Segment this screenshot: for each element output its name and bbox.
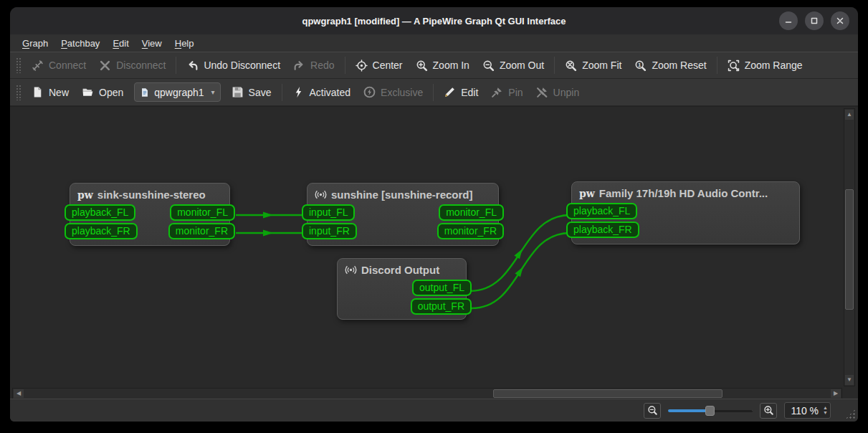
menu-view[interactable]: View — [135, 34, 168, 52]
exclusive-button[interactable]: Exclusive — [357, 82, 429, 102]
menu-help[interactable]: Help — [168, 34, 201, 52]
menu-edit[interactable]: Edit — [106, 34, 135, 52]
save-button[interactable]: Save — [225, 82, 278, 102]
unpin-icon — [536, 86, 548, 98]
scroll-up-icon: ▲ — [846, 112, 852, 118]
activated-button[interactable]: Activated — [286, 82, 358, 102]
wire-arrow — [263, 230, 273, 237]
port-playback-fl[interactable]: playback_FL — [65, 204, 135, 221]
toolbar-separator — [282, 84, 282, 101]
scroll-left-button[interactable]: ◀ — [14, 389, 24, 398]
menu-graph[interactable]: Graph — [16, 34, 54, 52]
svg-text:1: 1 — [638, 61, 642, 67]
zoom-out-button[interactable]: Zoom Out — [476, 56, 550, 75]
zoom-range-icon — [728, 60, 740, 72]
menubar: Graph Patchbay Edit View Help — [10, 34, 858, 52]
zoom-percent-value: 110 % — [791, 405, 819, 417]
connect-button[interactable]: Connect — [25, 56, 92, 75]
unpin-button[interactable]: Unpin — [530, 82, 586, 102]
wire-arrow — [515, 265, 525, 277]
pipewire-logo: pw — [579, 189, 595, 199]
zoom-fit-icon — [565, 60, 577, 72]
statusbar: 110 % ▲ ▼ — [10, 399, 858, 422]
app-window: qpwgraph1 [modified] — A PipeWire Graph … — [10, 7, 858, 422]
zoom-in-icon — [763, 405, 774, 416]
vertical-scroll-thumb[interactable] — [845, 189, 854, 310]
edit-button[interactable]: Edit — [437, 82, 485, 102]
zoom-fit-button[interactable]: Zoom Fit — [558, 56, 628, 75]
close-button[interactable] — [831, 11, 849, 30]
maximize-button[interactable] — [805, 11, 824, 30]
center-icon — [356, 60, 368, 72]
graph-toolbar: Connect Disconnect Undo Disconnect Redo … — [10, 52, 858, 79]
slider-handle[interactable] — [705, 406, 715, 416]
toolbar-separator — [554, 57, 555, 74]
port-input-fr[interactable]: input_FR — [302, 223, 357, 239]
horizontal-scroll-thumb[interactable] — [493, 389, 722, 398]
activated-bolt-icon — [292, 86, 305, 98]
menu-patchbay[interactable]: Patchbay — [54, 34, 106, 52]
port-playback-fr[interactable]: playback_FR — [566, 222, 639, 238]
zoom-percent-spinbox[interactable]: 110 % ▲ ▼ — [784, 402, 831, 419]
port-monitor-fr[interactable]: monitor_FR — [168, 223, 235, 239]
vertical-scrollbar[interactable]: ▲ ▼ — [844, 108, 855, 386]
port-monitor-fr[interactable]: monitor_FR — [437, 223, 504, 239]
graph-canvas[interactable]: pw sink-sunshine-stereo playback_FL moni… — [12, 108, 844, 388]
new-button[interactable]: New — [25, 82, 75, 102]
zoom-in-button[interactable]: Zoom In — [409, 56, 476, 75]
horizontal-scrollbar[interactable]: ◀ ▶ — [12, 388, 842, 399]
patchbay-select[interactable]: qpwgraph1 ▾ — [134, 82, 220, 102]
open-button[interactable]: Open — [75, 82, 130, 102]
port-playback-fl[interactable]: playback_FL — [566, 203, 637, 219]
port-output-fr[interactable]: output_FR — [411, 298, 472, 315]
port-output-fl[interactable]: output_FL — [412, 280, 472, 296]
undo-disconnect-button[interactable]: Undo Disconnect — [180, 56, 287, 75]
node-title: pw Family 17h/19h HD Audio Contr... — [572, 182, 799, 203]
statusbar-zoom-in-button[interactable] — [760, 403, 777, 419]
node-sink-sunshine-stereo[interactable]: pw sink-sunshine-stereo playback_FL moni… — [70, 183, 230, 246]
scroll-up-button[interactable]: ▲ — [845, 110, 854, 120]
window-maximize-icon — [810, 16, 819, 25]
toolbar-separator — [345, 57, 345, 74]
scroll-right-button[interactable]: ▶ — [831, 389, 841, 398]
window-resize-grip[interactable] — [845, 409, 856, 419]
undo-icon — [186, 60, 199, 72]
node-sunshine[interactable]: sunshine [sunshine-record] input_FL moni… — [307, 183, 499, 246]
pin-icon — [491, 86, 503, 98]
statusbar-zoom-out-button[interactable] — [644, 403, 661, 419]
zoom-reset-button[interactable]: 1 Zoom Reset — [628, 56, 712, 75]
port-monitor-fl[interactable]: monitor_FL — [439, 204, 504, 221]
scroll-right-icon: ▶ — [834, 391, 838, 396]
titlebar[interactable]: qpwgraph1 [modified] — A PipeWire Graph … — [10, 7, 858, 34]
edit-pencil-icon — [444, 86, 456, 98]
redo-icon — [293, 60, 305, 72]
minimize-button[interactable] — [779, 11, 798, 30]
new-file-icon — [32, 86, 44, 98]
port-input-fl[interactable]: input_FL — [302, 204, 355, 221]
wire-arrow — [514, 247, 525, 260]
port-playback-fr[interactable]: playback_FR — [65, 223, 138, 239]
pin-button[interactable]: Pin — [485, 82, 529, 102]
node-family-hd-audio[interactable]: pw Family 17h/19h HD Audio Contr... play… — [571, 181, 800, 244]
port-monitor-fl[interactable]: monitor_FL — [170, 204, 235, 221]
toolbar-drag-handle[interactable] — [16, 57, 21, 73]
redo-button[interactable]: Redo — [287, 56, 340, 75]
toolbar-separator — [176, 57, 176, 74]
patchbay-select-value: qpwgraph1 — [154, 87, 204, 98]
scroll-down-button[interactable]: ▼ — [845, 375, 854, 385]
open-folder-icon — [82, 86, 94, 98]
disconnect-button[interactable]: Disconnect — [92, 56, 172, 75]
scroll-down-icon: ▼ — [846, 377, 852, 383]
zoom-in-icon — [416, 60, 428, 72]
scroll-left-icon: ◀ — [16, 391, 21, 396]
connection-wires — [12, 108, 844, 388]
node-title: sunshine [sunshine-record] — [307, 184, 498, 204]
zoom-range-button[interactable]: Zoom Range — [721, 56, 809, 75]
zoom-slider[interactable] — [668, 404, 753, 417]
spin-down-icon[interactable]: ▼ — [823, 411, 828, 415]
toolbar-drag-handle[interactable] — [16, 85, 21, 100]
window-close-icon — [836, 16, 844, 25]
node-discord-output[interactable]: Discord Output output_FL output_FR — [337, 258, 467, 320]
center-button[interactable]: Center — [349, 56, 409, 75]
connect-icon — [32, 60, 44, 72]
